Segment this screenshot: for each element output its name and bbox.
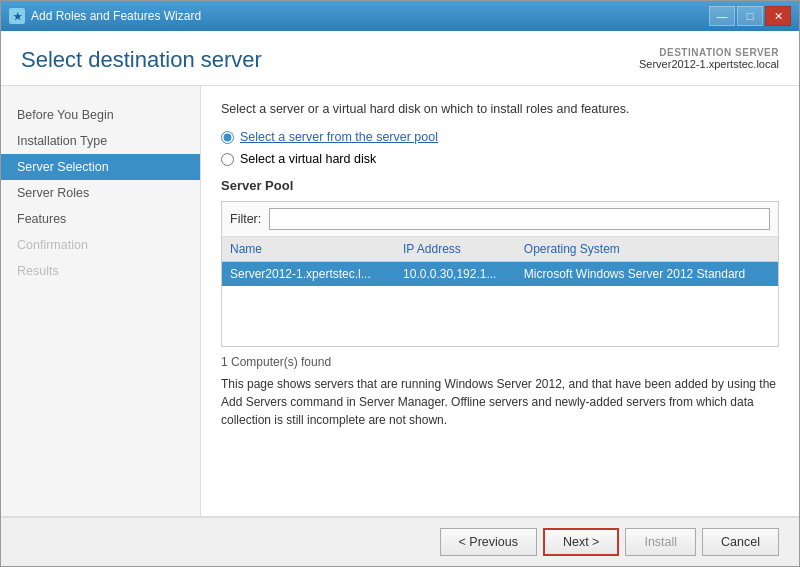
cell-os: Microsoft Windows Server 2012 Standard xyxy=(516,262,778,287)
window-title: Add Roles and Features Wizard xyxy=(31,9,201,23)
sidebar-item-features[interactable]: Features xyxy=(1,206,200,232)
col-os: Operating System xyxy=(516,237,778,262)
sidebar: Before You Begin Installation Type Serve… xyxy=(1,86,201,516)
wizard-footer: < Previous Next > Install Cancel xyxy=(1,516,799,566)
instruction-text: Select a server or a virtual hard disk o… xyxy=(221,102,779,116)
radio-server-pool-option[interactable]: Select a server from the server pool xyxy=(221,130,779,144)
minimize-button[interactable]: — xyxy=(709,6,735,26)
sidebar-item-installation-type[interactable]: Installation Type xyxy=(1,128,200,154)
app-icon: ★ xyxy=(9,8,25,24)
titlebar: ★ Add Roles and Features Wizard — □ ✕ xyxy=(1,1,799,31)
filter-row: Filter: xyxy=(222,202,778,237)
radio-server-pool-label[interactable]: Select a server from the server pool xyxy=(240,130,438,144)
server-pool-section-title: Server Pool xyxy=(221,178,779,193)
cell-name: Server2012-1.xpertstec.l... xyxy=(222,262,395,287)
filter-label: Filter: xyxy=(230,212,261,226)
wizard-content: Select destination server DESTINATION SE… xyxy=(1,31,799,566)
table-header-row: Name IP Address Operating System xyxy=(222,237,778,262)
page-title: Select destination server xyxy=(21,47,262,73)
col-name: Name xyxy=(222,237,395,262)
radio-vhd-option[interactable]: Select a virtual hard disk xyxy=(221,152,779,166)
destination-server-name: Server2012-1.xpertstec.local xyxy=(639,58,779,70)
titlebar-controls: — □ ✕ xyxy=(709,6,791,26)
table-row[interactable]: Server2012-1.xpertstec.l... 10.0.0.30,19… xyxy=(222,262,778,287)
sidebar-item-server-selection[interactable]: Server Selection xyxy=(1,154,200,180)
sidebar-item-confirmation: Confirmation xyxy=(1,232,200,258)
sidebar-item-before-you-begin[interactable]: Before You Begin xyxy=(1,102,200,128)
description-text: This page shows servers that are running… xyxy=(221,375,779,429)
cancel-button[interactable]: Cancel xyxy=(702,528,779,556)
empty-row xyxy=(222,286,778,346)
titlebar-left: ★ Add Roles and Features Wizard xyxy=(9,8,201,24)
next-button[interactable]: Next > xyxy=(543,528,619,556)
destination-info: DESTINATION SERVER Server2012-1.xpertste… xyxy=(639,47,779,70)
computers-found: 1 Computer(s) found xyxy=(221,355,779,369)
sidebar-item-results: Results xyxy=(1,258,200,284)
server-table: Name IP Address Operating System Server2… xyxy=(222,237,778,346)
sidebar-item-server-roles[interactable]: Server Roles xyxy=(1,180,200,206)
col-ip: IP Address xyxy=(395,237,516,262)
wizard-window: ★ Add Roles and Features Wizard — □ ✕ Se… xyxy=(0,0,800,567)
filter-input[interactable] xyxy=(269,208,770,230)
maximize-button[interactable]: □ xyxy=(737,6,763,26)
previous-button[interactable]: < Previous xyxy=(440,528,537,556)
main-panel: Select a server or a virtual hard disk o… xyxy=(201,86,799,516)
wizard-header: Select destination server DESTINATION SE… xyxy=(1,31,799,86)
close-button[interactable]: ✕ xyxy=(765,6,791,26)
radio-vhd-label[interactable]: Select a virtual hard disk xyxy=(240,152,376,166)
radio-vhd-input[interactable] xyxy=(221,153,234,166)
cell-ip: 10.0.0.30,192.1... xyxy=(395,262,516,287)
radio-server-pool-input[interactable] xyxy=(221,131,234,144)
destination-label: DESTINATION SERVER xyxy=(639,47,779,58)
install-button[interactable]: Install xyxy=(625,528,696,556)
server-pool-box: Filter: Name IP Address Operating System xyxy=(221,201,779,347)
wizard-body: Before You Begin Installation Type Serve… xyxy=(1,86,799,516)
